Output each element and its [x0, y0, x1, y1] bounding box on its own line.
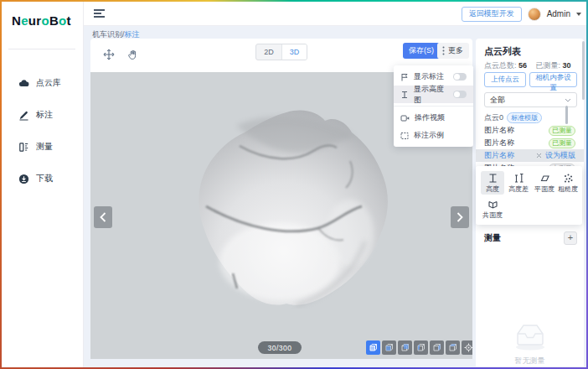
- roughness-tool-icon: [563, 173, 574, 184]
- sidebar-item-pointcloud-library[interactable]: 点云库: [2, 70, 84, 96]
- image-name: 图片名称: [484, 138, 549, 148]
- tooth-3d-model[interactable]: [186, 109, 392, 309]
- view-front-button[interactable]: [382, 340, 396, 355]
- locate-center-button[interactable]: [462, 340, 472, 355]
- download-icon: [18, 174, 29, 184]
- cube-icon: [369, 343, 378, 352]
- caliper-icon: [18, 142, 29, 153]
- sidebar-item-label: 下载: [36, 173, 53, 184]
- panel-stats: 点云总数: 56 已测量: 30: [484, 60, 571, 71]
- image-list-item[interactable]: 图片名称 已测量: [476, 124, 584, 137]
- coplanarity-tool-icon: [487, 199, 498, 210]
- menu-item-annotation-example[interactable]: 标注示例: [394, 127, 473, 144]
- breadcrumb-parent[interactable]: 机车识别: [92, 30, 122, 39]
- flatness-tool-icon: [539, 173, 550, 184]
- mode-2d-button[interactable]: 2D: [256, 44, 281, 60]
- view-orientation-buttons: [366, 340, 472, 355]
- pointcloud-item[interactable]: 点云0 标准模版: [484, 112, 542, 123]
- total-value: 56: [518, 61, 527, 70]
- crosshair-icon: [464, 343, 472, 352]
- tool-roughness-button[interactable]: 粗糙度: [556, 171, 580, 195]
- hand-grab-icon[interactable]: [126, 48, 139, 61]
- back-to-model-dev-button[interactable]: 返回模型开发: [462, 7, 522, 22]
- view-top-button[interactable]: [446, 340, 460, 355]
- tool-label: 粗糙度: [558, 184, 578, 194]
- brand-gear-letter: o: [41, 13, 49, 28]
- chevron-left-icon: [100, 212, 106, 222]
- image-list-item[interactable]: 图片名称 已测量: [476, 137, 584, 149]
- breadcrumb-current: 标注: [125, 30, 140, 39]
- empty-inbox-icon: [511, 320, 549, 352]
- divider: [394, 106, 473, 107]
- height-icon: [400, 91, 409, 99]
- window-scrollbar[interactable]: [582, 41, 585, 100]
- brand-letter: ur: [28, 13, 42, 28]
- menu-item-label: 显示高度图: [414, 84, 448, 106]
- menu-item-tutorial-video[interactable]: 操作视频: [394, 109, 473, 127]
- divider: [8, 49, 75, 49]
- empty-state: 暂无测量: [476, 320, 584, 366]
- avatar[interactable]: [528, 8, 541, 21]
- cloud-icon: [18, 78, 29, 89]
- pencil-icon: [18, 110, 29, 121]
- sidebar-item-label: 标注: [36, 109, 53, 121]
- camera-params-button[interactable]: 相机内参设置: [529, 72, 577, 87]
- tool-height-diff-button[interactable]: 高度差: [507, 171, 530, 195]
- app: NeuroBot 点云库 标注 测量 下载 返回模型开发 Admin: [2, 2, 586, 367]
- measured-label: 已测量:: [536, 61, 561, 70]
- chevron-down-icon: [565, 98, 571, 102]
- sidebar-item-label: 测量: [36, 141, 53, 153]
- brand-letter: B: [49, 13, 59, 28]
- more-button[interactable]: 更多: [437, 43, 469, 59]
- chevron-right-icon: [456, 212, 463, 222]
- view-left-button[interactable]: [414, 340, 428, 355]
- set-as-template-link[interactable]: 设为模版: [545, 150, 575, 161]
- measured-status-badge: 已测量: [549, 138, 575, 148]
- cube-icon: [416, 343, 426, 352]
- next-image-button[interactable]: [451, 206, 469, 228]
- vertical-dots-icon: [441, 46, 446, 55]
- sidebar-item-download[interactable]: 下载: [2, 166, 84, 191]
- menu-item-show-heightmap[interactable]: 显示高度图: [394, 86, 473, 103]
- panel-title: 点云列表: [484, 45, 521, 58]
- more-dropdown-menu: 显示标注 显示高度图 操作视频 标注示例: [394, 65, 473, 147]
- tool-height-button[interactable]: 高度: [481, 171, 504, 195]
- previous-image-button[interactable]: [94, 206, 112, 228]
- measure-title: 测量: [484, 232, 501, 244]
- brand-gear-letter: e: [21, 13, 28, 28]
- measured-value: 30: [563, 61, 571, 70]
- collapse-menu-icon[interactable]: [94, 9, 105, 18]
- tool-flatness-button[interactable]: 平面度: [533, 171, 556, 195]
- menu-item-label: 标注示例: [414, 130, 467, 141]
- view-right-button[interactable]: [430, 340, 444, 355]
- save-button[interactable]: 保存(S): [403, 43, 440, 59]
- tool-coplanarity-button[interactable]: 共面度: [481, 197, 504, 221]
- tool-label: 共面度: [482, 210, 503, 220]
- measure-section-header: 测量 +: [484, 231, 577, 245]
- chevron-down-icon[interactable]: [576, 13, 581, 16]
- add-measure-button[interactable]: +: [564, 231, 577, 245]
- show-annotations-toggle[interactable]: [453, 73, 467, 81]
- tool-label: 高度: [486, 184, 499, 194]
- mode-3d-button[interactable]: 3D: [281, 44, 307, 60]
- upload-pointcloud-button[interactable]: 上传点云: [484, 72, 526, 87]
- view-default-button[interactable]: [366, 340, 380, 355]
- view-mode-toggle: 2D 3D: [255, 44, 307, 60]
- sidebar-item-measure[interactable]: 测量: [2, 134, 84, 159]
- total-label: 点云总数:: [484, 61, 517, 70]
- flag-icon: [400, 73, 409, 81]
- view-back-button[interactable]: [398, 340, 412, 355]
- list-scrollbar[interactable]: [565, 106, 568, 124]
- pan-move-icon[interactable]: [102, 48, 116, 61]
- measured-status-badge: 已测量: [549, 126, 575, 136]
- filter-select[interactable]: 全部: [484, 92, 577, 107]
- username[interactable]: Admin: [547, 9, 570, 18]
- cube-icon: [400, 343, 410, 352]
- remove-template-icon[interactable]: [536, 153, 542, 159]
- pointcloud-name: 点云0: [484, 112, 503, 123]
- video-icon: [400, 114, 410, 122]
- pagination-badge: 30/300: [258, 341, 302, 354]
- image-list-item-selected[interactable]: 图片名称 设为模版: [476, 149, 584, 162]
- show-heightmap-toggle[interactable]: [453, 91, 467, 98]
- sidebar-item-annotate[interactable]: 标注: [2, 102, 84, 127]
